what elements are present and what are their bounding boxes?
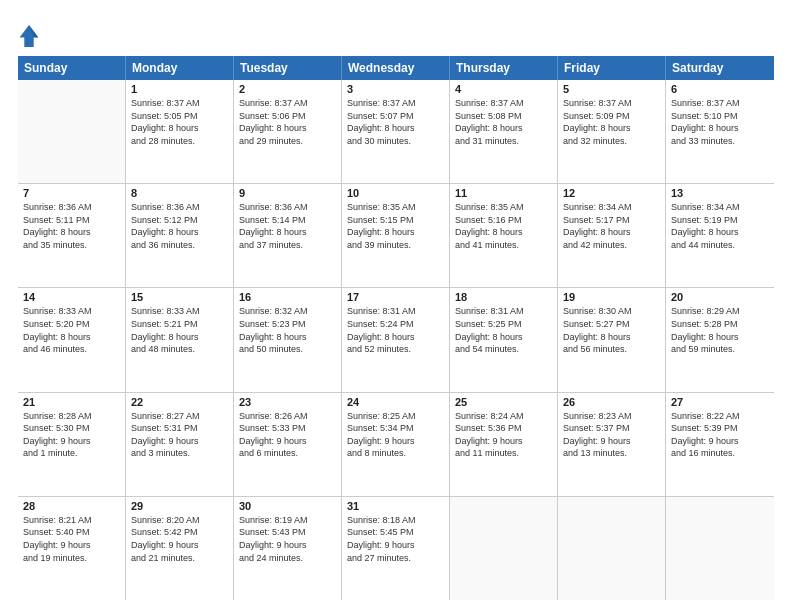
day-info: Sunrise: 8:36 AM Sunset: 5:14 PM Dayligh… xyxy=(239,201,336,251)
week-row-5: 28Sunrise: 8:21 AM Sunset: 5:40 PM Dayli… xyxy=(18,497,774,600)
day-info: Sunrise: 8:21 AM Sunset: 5:40 PM Dayligh… xyxy=(23,514,120,564)
calendar-cell: 10Sunrise: 8:35 AM Sunset: 5:15 PM Dayli… xyxy=(342,184,450,287)
calendar-cell xyxy=(450,497,558,600)
day-number: 4 xyxy=(455,83,552,95)
day-number: 23 xyxy=(239,396,336,408)
calendar-cell: 5Sunrise: 8:37 AM Sunset: 5:09 PM Daylig… xyxy=(558,80,666,183)
header-day-thursday: Thursday xyxy=(450,56,558,80)
day-info: Sunrise: 8:35 AM Sunset: 5:16 PM Dayligh… xyxy=(455,201,552,251)
calendar-cell: 30Sunrise: 8:19 AM Sunset: 5:43 PM Dayli… xyxy=(234,497,342,600)
calendar-cell: 6Sunrise: 8:37 AM Sunset: 5:10 PM Daylig… xyxy=(666,80,774,183)
day-number: 29 xyxy=(131,500,228,512)
calendar-cell: 2Sunrise: 8:37 AM Sunset: 5:06 PM Daylig… xyxy=(234,80,342,183)
calendar-cell: 31Sunrise: 8:18 AM Sunset: 5:45 PM Dayli… xyxy=(342,497,450,600)
day-number: 18 xyxy=(455,291,552,303)
calendar-cell: 14Sunrise: 8:33 AM Sunset: 5:20 PM Dayli… xyxy=(18,288,126,391)
calendar-cell: 26Sunrise: 8:23 AM Sunset: 5:37 PM Dayli… xyxy=(558,393,666,496)
day-number: 19 xyxy=(563,291,660,303)
day-info: Sunrise: 8:33 AM Sunset: 5:21 PM Dayligh… xyxy=(131,305,228,355)
calendar-cell: 22Sunrise: 8:27 AM Sunset: 5:31 PM Dayli… xyxy=(126,393,234,496)
calendar-cell: 27Sunrise: 8:22 AM Sunset: 5:39 PM Dayli… xyxy=(666,393,774,496)
day-number: 3 xyxy=(347,83,444,95)
day-number: 12 xyxy=(563,187,660,199)
day-info: Sunrise: 8:37 AM Sunset: 5:05 PM Dayligh… xyxy=(131,97,228,147)
day-info: Sunrise: 8:37 AM Sunset: 5:10 PM Dayligh… xyxy=(671,97,769,147)
calendar-cell xyxy=(18,80,126,183)
day-info: Sunrise: 8:37 AM Sunset: 5:07 PM Dayligh… xyxy=(347,97,444,147)
calendar-header: SundayMondayTuesdayWednesdayThursdayFrid… xyxy=(18,56,774,80)
calendar-cell xyxy=(558,497,666,600)
calendar-cell: 19Sunrise: 8:30 AM Sunset: 5:27 PM Dayli… xyxy=(558,288,666,391)
day-info: Sunrise: 8:20 AM Sunset: 5:42 PM Dayligh… xyxy=(131,514,228,564)
calendar: SundayMondayTuesdayWednesdayThursdayFrid… xyxy=(18,56,774,600)
day-info: Sunrise: 8:31 AM Sunset: 5:25 PM Dayligh… xyxy=(455,305,552,355)
calendar-cell: 4Sunrise: 8:37 AM Sunset: 5:08 PM Daylig… xyxy=(450,80,558,183)
day-number: 25 xyxy=(455,396,552,408)
calendar-cell: 12Sunrise: 8:34 AM Sunset: 5:17 PM Dayli… xyxy=(558,184,666,287)
calendar-cell: 24Sunrise: 8:25 AM Sunset: 5:34 PM Dayli… xyxy=(342,393,450,496)
day-number: 28 xyxy=(23,500,120,512)
day-info: Sunrise: 8:26 AM Sunset: 5:33 PM Dayligh… xyxy=(239,410,336,460)
day-info: Sunrise: 8:23 AM Sunset: 5:37 PM Dayligh… xyxy=(563,410,660,460)
day-info: Sunrise: 8:24 AM Sunset: 5:36 PM Dayligh… xyxy=(455,410,552,460)
page: SundayMondayTuesdayWednesdayThursdayFrid… xyxy=(0,0,792,612)
day-number: 31 xyxy=(347,500,444,512)
calendar-cell: 13Sunrise: 8:34 AM Sunset: 5:19 PM Dayli… xyxy=(666,184,774,287)
day-number: 11 xyxy=(455,187,552,199)
day-number: 6 xyxy=(671,83,769,95)
day-number: 9 xyxy=(239,187,336,199)
day-number: 22 xyxy=(131,396,228,408)
calendar-body: 1Sunrise: 8:37 AM Sunset: 5:05 PM Daylig… xyxy=(18,80,774,600)
calendar-cell: 8Sunrise: 8:36 AM Sunset: 5:12 PM Daylig… xyxy=(126,184,234,287)
day-info: Sunrise: 8:36 AM Sunset: 5:11 PM Dayligh… xyxy=(23,201,120,251)
day-number: 7 xyxy=(23,187,120,199)
calendar-cell: 29Sunrise: 8:20 AM Sunset: 5:42 PM Dayli… xyxy=(126,497,234,600)
calendar-cell: 28Sunrise: 8:21 AM Sunset: 5:40 PM Dayli… xyxy=(18,497,126,600)
week-row-2: 7Sunrise: 8:36 AM Sunset: 5:11 PM Daylig… xyxy=(18,184,774,288)
header-day-wednesday: Wednesday xyxy=(342,56,450,80)
header-day-saturday: Saturday xyxy=(666,56,774,80)
calendar-cell: 7Sunrise: 8:36 AM Sunset: 5:11 PM Daylig… xyxy=(18,184,126,287)
day-number: 27 xyxy=(671,396,769,408)
calendar-cell: 18Sunrise: 8:31 AM Sunset: 5:25 PM Dayli… xyxy=(450,288,558,391)
week-row-1: 1Sunrise: 8:37 AM Sunset: 5:05 PM Daylig… xyxy=(18,80,774,184)
header-day-monday: Monday xyxy=(126,56,234,80)
logo-icon xyxy=(18,22,40,50)
day-info: Sunrise: 8:32 AM Sunset: 5:23 PM Dayligh… xyxy=(239,305,336,355)
day-info: Sunrise: 8:33 AM Sunset: 5:20 PM Dayligh… xyxy=(23,305,120,355)
calendar-cell: 25Sunrise: 8:24 AM Sunset: 5:36 PM Dayli… xyxy=(450,393,558,496)
calendar-cell: 3Sunrise: 8:37 AM Sunset: 5:07 PM Daylig… xyxy=(342,80,450,183)
calendar-cell: 9Sunrise: 8:36 AM Sunset: 5:14 PM Daylig… xyxy=(234,184,342,287)
day-info: Sunrise: 8:27 AM Sunset: 5:31 PM Dayligh… xyxy=(131,410,228,460)
day-info: Sunrise: 8:18 AM Sunset: 5:45 PM Dayligh… xyxy=(347,514,444,564)
calendar-cell: 15Sunrise: 8:33 AM Sunset: 5:21 PM Dayli… xyxy=(126,288,234,391)
calendar-cell: 17Sunrise: 8:31 AM Sunset: 5:24 PM Dayli… xyxy=(342,288,450,391)
day-number: 8 xyxy=(131,187,228,199)
calendar-cell: 23Sunrise: 8:26 AM Sunset: 5:33 PM Dayli… xyxy=(234,393,342,496)
day-number: 30 xyxy=(239,500,336,512)
day-number: 16 xyxy=(239,291,336,303)
day-info: Sunrise: 8:37 AM Sunset: 5:06 PM Dayligh… xyxy=(239,97,336,147)
day-info: Sunrise: 8:28 AM Sunset: 5:30 PM Dayligh… xyxy=(23,410,120,460)
header-day-friday: Friday xyxy=(558,56,666,80)
day-number: 5 xyxy=(563,83,660,95)
day-info: Sunrise: 8:37 AM Sunset: 5:08 PM Dayligh… xyxy=(455,97,552,147)
day-info: Sunrise: 8:31 AM Sunset: 5:24 PM Dayligh… xyxy=(347,305,444,355)
day-number: 21 xyxy=(23,396,120,408)
day-number: 17 xyxy=(347,291,444,303)
header-day-tuesday: Tuesday xyxy=(234,56,342,80)
week-row-4: 21Sunrise: 8:28 AM Sunset: 5:30 PM Dayli… xyxy=(18,393,774,497)
day-number: 26 xyxy=(563,396,660,408)
header xyxy=(18,18,774,50)
calendar-cell: 16Sunrise: 8:32 AM Sunset: 5:23 PM Dayli… xyxy=(234,288,342,391)
day-info: Sunrise: 8:25 AM Sunset: 5:34 PM Dayligh… xyxy=(347,410,444,460)
day-number: 15 xyxy=(131,291,228,303)
day-info: Sunrise: 8:35 AM Sunset: 5:15 PM Dayligh… xyxy=(347,201,444,251)
calendar-cell: 21Sunrise: 8:28 AM Sunset: 5:30 PM Dayli… xyxy=(18,393,126,496)
day-info: Sunrise: 8:29 AM Sunset: 5:28 PM Dayligh… xyxy=(671,305,769,355)
day-number: 13 xyxy=(671,187,769,199)
day-info: Sunrise: 8:34 AM Sunset: 5:19 PM Dayligh… xyxy=(671,201,769,251)
day-number: 10 xyxy=(347,187,444,199)
day-number: 20 xyxy=(671,291,769,303)
day-number: 24 xyxy=(347,396,444,408)
